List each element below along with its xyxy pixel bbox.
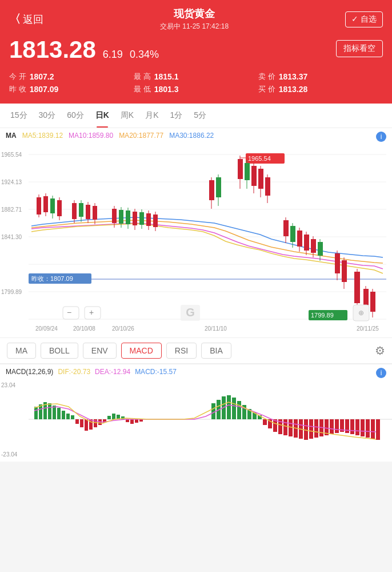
svg-text:20/09/24: 20/09/24: [35, 325, 58, 332]
stat-sell: 卖 价 1813.37: [258, 72, 383, 82]
ma-legend: MA MA5:1839.12 MA10:1859.80 MA20:1877.77…: [0, 128, 392, 143]
ind-btn-macd[interactable]: MACD: [121, 343, 162, 359]
svg-rect-48: [216, 177, 221, 197]
stat-open: 今 开 1807.2: [9, 72, 134, 82]
svg-rect-154: [350, 419, 354, 434]
svg-rect-71: [311, 239, 316, 253]
stat-buy: 买 价 1813.28: [258, 84, 383, 94]
stat-high: 最 高 1815.1: [134, 72, 258, 82]
svg-rect-111: [71, 415, 74, 419]
svg-text:1924.13: 1924.13: [1, 179, 22, 185]
svg-rect-141: [283, 419, 287, 435]
svg-rect-153: [345, 419, 349, 433]
svg-rect-59: [258, 169, 263, 189]
tab-15min[interactable]: 15分: [5, 104, 33, 128]
svg-rect-30: [93, 206, 97, 220]
back-arrow-icon: 〈: [9, 11, 21, 27]
svg-rect-77: [342, 260, 347, 282]
candlestick-chart[interactable]: 1965.54 1924.13 1882.71 1841.30 1799.89 …: [0, 143, 392, 337]
tab-monthly[interactable]: 月K: [139, 104, 164, 128]
ma30-label: MA30:1886.22: [169, 132, 214, 140]
svg-rect-159: [376, 419, 380, 440]
svg-rect-108: [57, 408, 61, 419]
svg-rect-130: [227, 395, 231, 419]
svg-rect-107: [53, 406, 56, 419]
svg-text:1965.54: 1965.54: [248, 155, 271, 162]
svg-rect-75: [335, 253, 340, 273]
svg-rect-119: [107, 416, 111, 419]
svg-rect-142: [289, 419, 293, 436]
stock-title: 现货黄金: [160, 7, 229, 21]
svg-rect-50: [238, 159, 243, 179]
tab-5min[interactable]: 5分: [188, 104, 212, 128]
svg-rect-26: [79, 203, 83, 217]
svg-rect-83: [370, 292, 375, 312]
svg-rect-28: [86, 205, 90, 219]
svg-rect-109: [62, 411, 65, 419]
svg-rect-63: [283, 220, 289, 236]
svg-text:⊕: ⊕: [358, 309, 364, 317]
svg-rect-65: [290, 226, 295, 242]
svg-text:1799.89: 1799.89: [311, 312, 334, 319]
ind-btn-bia[interactable]: BIA: [201, 343, 231, 359]
tab-1min[interactable]: 1分: [165, 104, 189, 128]
settings-button[interactable]: ⚙: [375, 344, 385, 357]
main-price: 1813.28: [9, 36, 96, 63]
stat-low: 最 低 1801.3: [134, 84, 258, 94]
stats-grid: 今 开 1807.2 最 高 1815.1 卖 价 1813.37 昨 收 18…: [9, 72, 383, 94]
ind-btn-env[interactable]: ENV: [83, 343, 117, 359]
svg-rect-36: [126, 210, 130, 224]
svg-rect-131: [232, 398, 236, 419]
svg-text:1841.30: 1841.30: [1, 234, 22, 240]
trading-status: 交易中 11-25 17:42:18: [160, 22, 229, 31]
ind-btn-rsi[interactable]: RSI: [166, 343, 197, 359]
indicator-button[interactable]: 指标看空: [336, 40, 383, 57]
tab-daily[interactable]: 日K: [90, 104, 115, 128]
svg-text:1799.89: 1799.89: [1, 289, 22, 295]
macd-legend: MACD(12,26,9) DIF:-20.73 DEA:-12.94 MACD…: [0, 364, 392, 379]
ma10-label: MA10:1859.80: [69, 132, 113, 140]
svg-rect-120: [112, 414, 115, 419]
tab-60min[interactable]: 60分: [61, 104, 90, 128]
svg-rect-132: [237, 401, 241, 419]
svg-rect-114: [85, 419, 88, 431]
svg-text:23.04: 23.04: [1, 382, 15, 388]
watchlist-button[interactable]: ✓ 自选: [345, 11, 383, 27]
tab-weekly[interactable]: 周K: [115, 104, 139, 128]
chart-info-icon[interactable]: i: [376, 132, 386, 142]
svg-text:1965.54: 1965.54: [1, 152, 22, 158]
macd-section: MACD(12,26,9) DIF:-20.73 DEA:-12.94 MACD…: [0, 364, 392, 462]
svg-rect-110: [66, 414, 70, 419]
macd-info-icon[interactable]: i: [376, 368, 386, 378]
svg-rect-137: [263, 419, 267, 425]
ma5-label: MA5:1839.12: [22, 132, 63, 140]
tab-30min[interactable]: 30分: [33, 104, 62, 128]
settings-icon: ⚙: [375, 344, 385, 357]
svg-rect-73: [318, 242, 323, 256]
indicator-tabs: MA BOLL ENV MACD RSI BIA ⚙: [0, 337, 392, 364]
svg-text:+: +: [89, 308, 94, 317]
macd-value: MACD:-15.57: [135, 368, 177, 376]
ind-btn-boll[interactable]: BOLL: [41, 343, 78, 359]
svg-rect-44: [153, 214, 158, 227]
svg-text:1882.71: 1882.71: [1, 206, 22, 213]
svg-text:−: −: [67, 308, 71, 317]
svg-rect-113: [80, 419, 83, 427]
dea-value: DEA:-12.94: [95, 368, 130, 376]
svg-rect-127: [211, 403, 215, 419]
svg-rect-18: [43, 196, 48, 212]
svg-rect-79: [354, 272, 360, 303]
svg-rect-57: [251, 166, 257, 186]
svg-rect-156: [361, 419, 365, 436]
svg-rect-106: [48, 403, 51, 419]
svg-rect-155: [355, 419, 359, 435]
back-button[interactable]: 〈 返回: [9, 11, 43, 27]
ma-prefix: MA: [6, 132, 17, 140]
ind-btn-ma[interactable]: MA: [7, 343, 36, 359]
macd-chart-svg: 23.04 -23.04: [0, 379, 392, 459]
svg-rect-69: [304, 235, 309, 251]
svg-text:G: G: [186, 306, 195, 319]
svg-text:-23.04: -23.04: [1, 451, 18, 458]
svg-rect-147: [314, 419, 318, 438]
stat-prev-close: 昨 收 1807.09: [9, 84, 134, 94]
